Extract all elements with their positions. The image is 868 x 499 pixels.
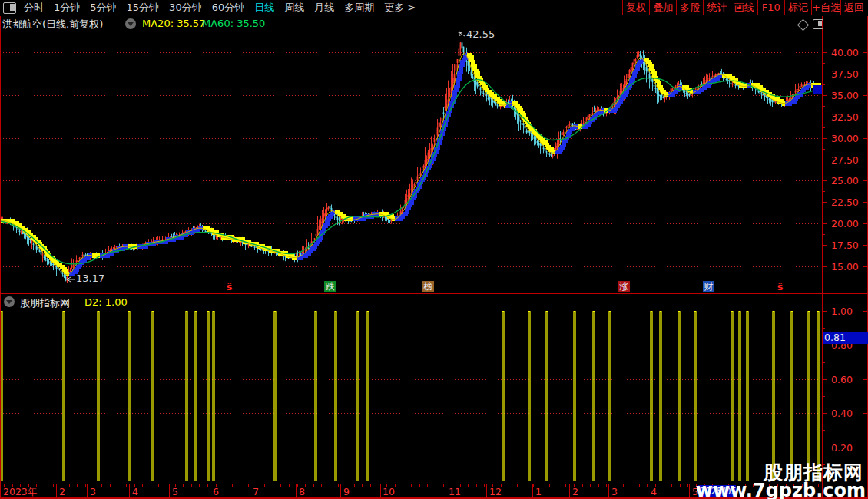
price-annotation: 42.55 [466,28,495,40]
price-tick-label: 17.50 [831,240,865,251]
price-tick-label: 30.00 [831,133,865,144]
period-item-15分钟[interactable]: 15分钟 [127,1,160,15]
watermark-site-url: www.7gpzb.com [696,480,866,499]
period-menu: 分时1分钟5分钟15分钟30分钟60分钟日线周线月线多周期更多 > [24,0,416,15]
price-tick-label: 32.50 [831,111,865,123]
ad-marker-榜: 榜 [422,281,434,292]
period-item-5分钟[interactable]: 5分钟 [90,1,116,15]
panel-icon[interactable] [813,19,823,29]
period-item-日线[interactable]: 日线 [254,1,274,15]
time-tick-label: 10 [383,486,395,497]
tool-item-统计[interactable]: 统计 [703,0,730,15]
tools-menu: 复权叠加多股统计画线F10标记+自选返回 [622,0,867,15]
ad-marker-跌: 跌 [324,281,336,292]
time-tick-label: 9 [343,486,350,497]
period-item-分时[interactable]: 分时 [24,1,44,15]
price-tick-label: 37.50 [831,68,865,80]
tool-item-多股[interactable]: 多股 [676,0,703,15]
period-item-月线[interactable]: 月线 [314,1,334,15]
ad-marker-财: 财 [703,281,714,292]
price-tick-label: 15.00 [831,261,865,273]
tool-item-F10[interactable]: F10 [757,0,784,15]
indicator-tick-label: 0.20 [831,442,865,454]
tool-item-标记[interactable]: 标记 [784,0,811,15]
time-tick-label: 8 [299,486,305,497]
ma60-line [0,78,819,264]
ad-marker-涨: 涨 [618,281,630,292]
layout-icon[interactable] [3,2,16,14]
chevron-down-icon[interactable] [4,296,15,307]
menubar-divider [18,0,18,15]
time-tick-label: 6 [213,486,219,497]
tool-item-叠加[interactable]: 叠加 [649,0,676,15]
app-window: 分时1分钟5分钟15分钟30分钟60分钟日线周线月线多周期更多 > 复权叠加多股… [0,0,868,499]
time-tick-label: 11 [449,486,461,497]
tool-item-画线[interactable]: 画线 [731,0,757,15]
indicator-value: D2: 1.00 [84,296,128,308]
axis-ticks [5,53,868,498]
price-tick-label: 40.00 [831,47,865,58]
indicator-title[interactable]: 股朋指标网 [20,296,70,310]
stock-title[interactable]: 洪都航空(日线.前复权) [2,18,103,31]
time-tick-label: 12 [489,486,502,497]
title-row: 洪都航空(日线.前复权) MA20: 35.57 MA60: 35.50 [0,16,822,31]
price-tick-label: 20.00 [831,218,865,230]
price-tick-label: 25.00 [831,175,865,187]
time-tick-label: 4 [132,486,138,497]
ma60-value: MA60: 35.50 [202,18,265,29]
period-item-更多 >[interactable]: 更多 > [384,1,416,15]
price-chart-canvas[interactable] [0,0,868,499]
period-item-30分钟[interactable]: 30分钟 [169,1,202,15]
period-item-周线[interactable]: 周线 [284,1,304,15]
time-tick-label: 3 [611,486,618,497]
main-gridlines [0,53,820,267]
price-tick-label: 35.00 [831,90,865,101]
price-annotation: 13.17 [76,273,104,284]
period-item-60分钟[interactable]: 60分钟 [212,1,245,15]
time-tick-label: 3 [90,486,96,497]
tool-item-+自选[interactable]: +自选 [811,0,840,15]
indicator-tick-label: 0.40 [831,408,865,419]
time-tick-label: 5 [172,486,178,497]
time-tick-label: 4 [651,486,657,497]
last-value-tag: 0.81 [823,332,868,344]
price-tick-label: 27.50 [831,154,865,166]
period-item-1分钟[interactable]: 1分钟 [54,1,80,15]
period-item-多周期[interactable]: 多周期 [344,1,374,15]
ma20-line [0,54,819,275]
ad-marker-ŝ: ŝ [774,281,786,292]
last-price-tag [813,85,822,94]
time-tick-label: 2023年 [3,486,37,499]
indicator-tick-label: 0.60 [831,374,865,385]
ad-marker-ŝ: ŝ [224,281,235,292]
sub-gridlines [0,345,820,448]
chevron-down-icon[interactable] [125,18,136,29]
price-tick-label: 22.50 [831,197,865,208]
tool-item-复权[interactable]: 复权 [622,0,649,15]
time-tick-label: 2 [572,486,578,497]
ma20-value: MA20: 35.57 [142,18,205,29]
indicator-tick-label: 1.00 [831,306,865,317]
top-menubar: 分时1分钟5分钟15分钟30分钟60分钟日线周线月线多周期更多 > 复权叠加多股… [0,0,868,16]
time-tick-label: 7 [253,486,259,497]
d2-pulse-line [0,312,820,481]
time-tick-label: 2 [59,486,65,497]
tool-item-返回[interactable]: 返回 [840,0,867,15]
time-tick-label: 1 [535,486,542,497]
diamond-icon[interactable] [797,19,810,31]
